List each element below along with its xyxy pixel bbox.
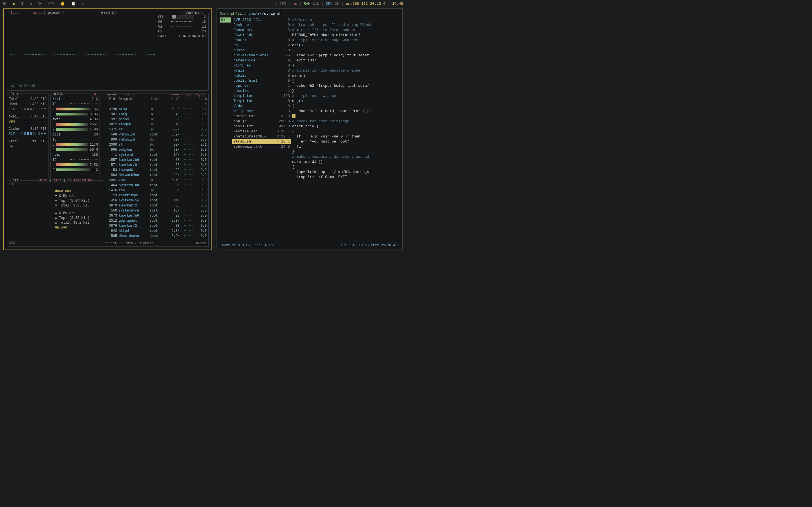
file-row[interactable]: paramspider9: [232, 58, 291, 63]
file-row[interactable]: wallpapers3: [232, 109, 291, 114]
file-row[interactable]: ghauri8: [232, 38, 291, 43]
disk-entry: root21GIO⠒⠒⠒⠒⠒⠒⠒⠒⠒⠒U13GF8.0G: [52, 97, 98, 117]
proc-row[interactable]: 550systemd-resyst+13M⠒⠒⠒⠒⠒0.0: [104, 208, 207, 213]
proc-footer-hints: select ↓↑ info ← signals →: [105, 241, 157, 246]
disk-entry: home18GIO⠒⠒⠒⠒⠒⠒⠒⠒⠒⠒U7.5GF11G: [52, 152, 98, 173]
tray-clipboard-icon[interactable]: 📋: [71, 1, 75, 6]
tray-file-icon[interactable]: 🗎: [3, 1, 6, 6]
clock: 16:49: [392, 2, 403, 6]
ranger-preview-col: #!/bin/sh# strap.sh - install and setup …: [292, 17, 399, 228]
proc-row[interactable]: 3879kworker/2:root0B⠒⠒⠒⠒⠒0.0: [104, 203, 207, 208]
network-iface: ens160 172.20.10.6: [346, 2, 386, 6]
proc-row[interactable]: 13ksoftirqd/root0B⠒⠒⠒⠒⠒0.0: [104, 193, 207, 198]
proc-row[interactable]: 987Xorg0x84M⠒⠒⠒⠒⠒0.1: [104, 112, 207, 117]
file-row[interactable]: templates893: [232, 94, 291, 99]
proc-row[interactable]: 999vmtoolsd0x79M⠒⠒⠒⠒⠒0.3: [104, 137, 207, 142]
ranger-pane[interactable]: 0x@r4ph43l /home/0x/strap.sh 0x CVE-2023…: [216, 8, 403, 250]
file-row[interactable]: active.txt32 B: [232, 114, 291, 119]
proc-row[interactable]: 2090st0x22M⠒⠒⠒⠒⠒0.1: [104, 142, 207, 147]
btop-pane[interactable]: 1cpu menu ┤ preset * 16:49:08 - 2000ms +…: [3, 8, 212, 250]
file-row[interactable]: Public0: [232, 73, 291, 78]
preview-line: MIRROR_F="blackarch-mirrorlist": [292, 33, 399, 38]
file-row[interactable]: keyfile.asc6.28 K: [232, 129, 291, 134]
file-row[interactable]: CVE-2023-49119: [232, 17, 291, 22]
proc-row[interactable]: 2012gpg-agentroot2.3M⠒⠒⠒⠒⠒0.0: [104, 218, 207, 223]
proc-mode[interactable]: < cpu lazy >: [180, 94, 206, 97]
net-auto[interactable]: auto: [39, 179, 47, 182]
preview-line: tmp="$(mktemp -d /tmp/blackarch_st: [292, 170, 399, 175]
net-zero[interactable]: zero: [53, 179, 61, 182]
proc-row[interactable]: 3812ranger0x34M⠒⠒⠒⠒⠒0.0: [104, 122, 207, 127]
file-row[interactable]: konfigurasiNGI~.2.22 K: [232, 134, 291, 139]
proc-row[interactable]: 53kswapd0root0B⠒⠒⠒⠒⠒0.0: [104, 168, 207, 173]
file-row[interactable]: Desktop0: [232, 22, 291, 27]
ranger-file-col[interactable]: CVE-2023-49119Desktop0Documents3Download…: [232, 17, 291, 228]
file-row[interactable]: hasil.txt417 B: [232, 124, 291, 129]
tray-code-icon[interactable]: </>: [48, 1, 54, 6]
tray-bell-icon[interactable]: 🔔: [60, 1, 65, 6]
tray-star-icon[interactable]: ✪: [30, 1, 32, 6]
proc-row[interactable]: 2091zsh0x6.1M⠒⠒⠒⠒⠒0.0: [104, 178, 207, 183]
file-row[interactable]: Music0: [232, 48, 291, 53]
proc-row[interactable]: 995polybar0x23M⠒⠒⠒⠒⠒0.0: [104, 147, 207, 152]
cpu-interval[interactable]: 2000ms: [186, 11, 199, 15]
file-row[interactable]: Videos0: [232, 104, 291, 109]
file-row[interactable]: Pictures0: [232, 63, 291, 68]
tray-sync-icon[interactable]: ⟳: [38, 1, 42, 6]
preview-line: warn(): [292, 73, 399, 78]
preview-line: msg(): [292, 99, 399, 104]
file-row[interactable]: subdomain.txt24 B: [232, 144, 291, 149]
cpu-preset[interactable]: preset *: [48, 11, 64, 15]
preview-line: trap 'rm -rf $tmp' EXIT: [292, 175, 399, 180]
preview-line: check_priv(): [292, 124, 399, 129]
preview-line: exit 1337: [292, 58, 399, 63]
tray-coffee-icon[interactable]: ☕: [82, 1, 84, 6]
proc-row[interactable]: 1571kworker/0:root0B⠒⠒⠒⠒⠒0.0: [104, 163, 207, 168]
disk-usage: / 60%: [275, 2, 286, 6]
proc-tree[interactable]: tree: [170, 94, 180, 97]
mem-box: 2mem Total:3.82 GiB Used:423 MiB 11%⠶⠶⠶⠶…: [7, 94, 49, 178]
file-row[interactable]: strap.sh4.16 K: [232, 139, 291, 144]
disks-box: disks io root21GIO⠒⠒⠒⠒⠒⠒⠒⠒⠒⠒U13GF8.0Gswa…: [50, 94, 100, 178]
proc-row[interactable]: 642httpdroot6.0M⠒⠒⠒⠒⠒0.0: [104, 228, 207, 233]
file-row[interactable]: go2: [232, 43, 291, 48]
proc-row[interactable]: 1systemdroot14M⠒⠒⠒⠒⠒0.0: [104, 152, 207, 158]
proc-row[interactable]: 1475st0x20M⠒⠒⠒⠒⠒0.0: [104, 127, 207, 132]
proc-row[interactable]: 3673kworker/u6root0B⠒⠒⠒⠒⠒0.0: [104, 213, 207, 218]
ranger-parent-col[interactable]: 0x: [220, 17, 231, 228]
cpu-label: CPU: [326, 2, 333, 6]
disks-io-toggle[interactable]: io: [91, 92, 97, 97]
proc-row[interactable]: 1557kworker/u6root0B⠒⠒⠒⠒⠒0.0: [104, 158, 207, 163]
file-row[interactable]: Psqli8: [232, 68, 291, 73]
proc-row[interactable]: 416systemd-joroot14M⠒⠒⠒⠒⠒0.0: [104, 198, 207, 203]
file-row[interactable]: app.js256 B: [232, 119, 291, 124]
proc-row[interactable]: 583NetworkManroot23M⠒⠒⠒⠒⠒0.0: [104, 173, 207, 178]
file-row[interactable]: Downloads1: [232, 33, 291, 38]
uptime: up 00:59:35: [11, 84, 35, 88]
proc-row[interactable]: 3679kworker/2:root0B⠒⠒⠒⠒⠒0.0: [104, 223, 207, 228]
proc-row[interactable]: 565dbus-daemodbus5.9M⠒⠒⠒⠒⠒0.0: [104, 233, 207, 238]
proc-filter[interactable]: filter: [122, 94, 137, 97]
file-row[interactable]: Templates0: [232, 99, 291, 104]
proc-row[interactable]: 3798btop0x5.8M⠒⠒⠒⠒⠒0.1: [104, 107, 207, 112]
preview-line: }: [292, 89, 399, 94]
proc-row[interactable]: 1476zsh0x6.2M⠒⠒⠒⠒⠒0.0: [104, 188, 207, 193]
cpu-menu[interactable]: menu: [34, 11, 42, 15]
net-scale-bot: 10K: [9, 240, 15, 245]
tray-hourglass-icon[interactable]: ⧗: [21, 1, 24, 6]
cpu-box: 1cpu menu ┤ preset * 16:49:08 - 2000ms +…: [7, 13, 209, 91]
preview-line: # simple error message wrapper: [292, 38, 399, 43]
proc-box[interactable]: 4proc filter tree < cpu lazy > Pid: Prog…: [102, 94, 209, 247]
preview-line: # strap.sh - install and setup Black: [292, 22, 399, 27]
proc-row[interactable]: 997picom0x69M⠒⠒⠒⠒⠒0.0: [104, 117, 207, 122]
file-row[interactable]: reports1: [232, 83, 291, 89]
file-row[interactable]: public_html0: [232, 78, 291, 83]
net-iface[interactable]: <b ens160 n>: [68, 179, 92, 182]
proc-row[interactable]: 464systemd-udroot9.2M⠒⠒⠒⠒⠒0.0: [104, 183, 207, 188]
ram-pct: 11%: [313, 2, 319, 6]
tray-moon-icon[interactable]: ◐: [13, 1, 15, 6]
file-row[interactable]: results1: [232, 89, 291, 94]
proc-row[interactable]: 568vmtoolsdroot6.9M⠒⠒⠒⠒⠒0.3: [104, 132, 207, 137]
file-row[interactable]: nuclei-templates26: [232, 53, 291, 58]
file-row[interactable]: Documents3: [232, 27, 291, 33]
